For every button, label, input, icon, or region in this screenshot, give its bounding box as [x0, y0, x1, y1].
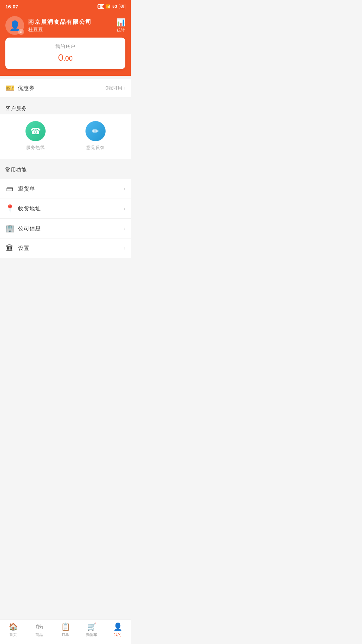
- wifi-icon: 📶: [106, 4, 111, 9]
- coupon-row[interactable]: 🎫 优惠券 0张可用 ›: [0, 79, 131, 97]
- coupon-left: 🎫 优惠券: [5, 84, 35, 93]
- header-info: 南京晨润食品有限公司 杜豆豆: [28, 18, 92, 33]
- stats-button[interactable]: 📊 统计: [116, 18, 125, 33]
- customer-service: ☎ 服务热线 ✏ 意见反馈: [0, 114, 131, 159]
- hd-icon: HD: [98, 4, 104, 9]
- common-functions-header: 常用功能: [0, 162, 131, 176]
- functions-section: 🗃 退货单 › 📍 收货地址 › 🏢 公司信息 › 🏛 设置 ›: [0, 179, 131, 258]
- return-order-item[interactable]: 🗃 退货单 ›: [0, 179, 131, 199]
- settings-label: 设置: [18, 245, 29, 252]
- address-label: 收货地址: [18, 205, 41, 212]
- service-feedback[interactable]: ✏ 意见反馈: [85, 121, 106, 151]
- header-left: 👤 ⚙ 南京晨润食品有限公司 杜豆豆: [5, 16, 92, 35]
- company-info-item[interactable]: 🏢 公司信息 ›: [0, 219, 131, 238]
- address-icon: 📍: [5, 204, 14, 213]
- user-name: 杜豆豆: [28, 27, 92, 33]
- phone-circle: ☎: [25, 121, 46, 141]
- company-info-left: 🏢 公司信息: [5, 224, 41, 233]
- stats-icon: 📊: [116, 18, 125, 27]
- return-order-icon: 🗃: [5, 184, 14, 193]
- coupon-chevron-icon: ›: [124, 85, 125, 91]
- header: 👤 ⚙ 南京晨润食品有限公司 杜豆豆 📊 统计: [0, 12, 131, 42]
- gear-icon: ⚙: [18, 29, 24, 35]
- feedback-circle: ✏: [85, 121, 106, 141]
- coupon-label: 优惠券: [18, 85, 35, 92]
- settings-item[interactable]: 🏛 设置 ›: [0, 238, 131, 258]
- settings-icon: 🏛: [5, 244, 14, 253]
- signal-label: 5G: [112, 4, 117, 8]
- address-item[interactable]: 📍 收货地址 ›: [0, 199, 131, 219]
- account-title: 我的账户: [12, 44, 119, 50]
- phone-label: 服务热线: [26, 145, 45, 151]
- separator-2: [0, 159, 131, 162]
- account-balance: 0.00: [12, 52, 119, 63]
- coupon-icon: 🎫: [5, 84, 14, 93]
- return-order-chevron: ›: [124, 186, 125, 192]
- company-info-icon: 🏢: [5, 224, 14, 233]
- settings-left: 🏛 设置: [5, 244, 29, 253]
- phone-icon: ☎: [30, 126, 41, 137]
- company-info-chevron: ›: [124, 225, 125, 231]
- avatar-wrap[interactable]: 👤 ⚙: [5, 16, 24, 35]
- customer-service-header: 客户服务: [0, 101, 131, 114]
- coupon-right: 0张可用 ›: [106, 85, 125, 91]
- address-left: 📍 收货地址: [5, 204, 41, 213]
- address-chevron: ›: [124, 206, 125, 212]
- status-icons: HD 📶 5G 68: [98, 4, 125, 9]
- stats-label: 统计: [117, 28, 125, 33]
- balance-integer: 0: [58, 52, 63, 63]
- status-bar: 16:07 HD 📶 5G 68: [0, 0, 131, 12]
- settings-chevron: ›: [124, 245, 125, 251]
- coupon-count: 0张可用: [106, 85, 122, 91]
- feedback-label: 意见反馈: [86, 145, 105, 151]
- feedback-icon: ✏: [92, 126, 99, 137]
- return-order-label: 退货单: [18, 185, 35, 193]
- balance-decimal: .00: [63, 55, 73, 62]
- company-info-label: 公司信息: [18, 225, 41, 232]
- return-order-left: 🗃 退货单: [5, 184, 35, 193]
- company-name: 南京晨润食品有限公司: [28, 18, 92, 26]
- separator-1: [0, 97, 131, 101]
- status-time: 16:07: [5, 4, 18, 9]
- service-phone[interactable]: ☎ 服务热线: [25, 121, 46, 151]
- battery-indicator: 68: [119, 4, 125, 9]
- bottom-spacer: [0, 258, 131, 291]
- account-card: 我的账户 0.00: [5, 38, 125, 69]
